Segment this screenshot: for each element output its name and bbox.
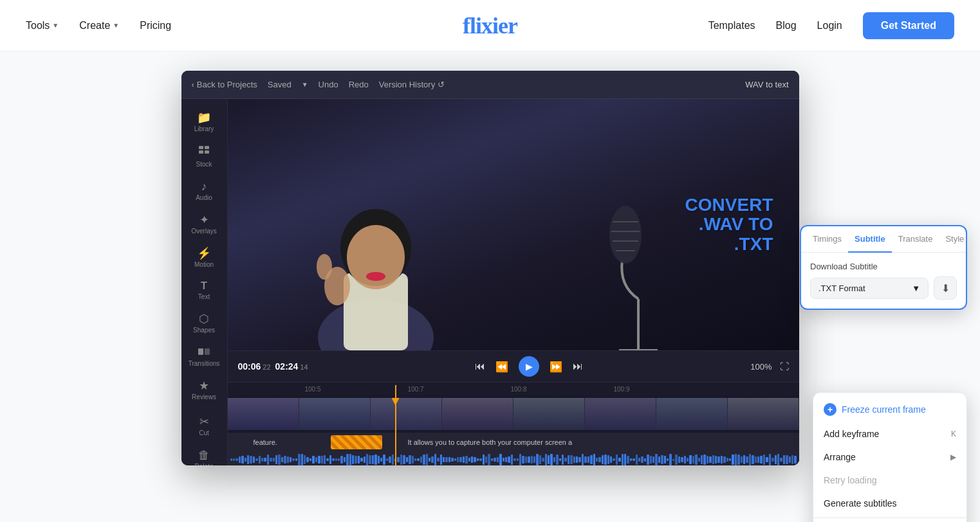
svg-rect-2 bbox=[199, 150, 203, 154]
tab-subtitle[interactable]: Subtitle bbox=[848, 226, 892, 253]
subtitle-text-left: feature. bbox=[254, 438, 277, 446]
menu-item-arrange[interactable]: Arrange ▶ bbox=[813, 446, 966, 469]
svg-point-13 bbox=[317, 254, 332, 280]
nav-pricing[interactable]: Pricing bbox=[140, 20, 171, 32]
menu-item-freeze[interactable]: + Freeze current frame bbox=[813, 397, 966, 422]
site-logo[interactable]: flixier bbox=[463, 12, 517, 39]
sidebar-item-delete[interactable]: 🗑 Delete bbox=[181, 444, 227, 465]
nav-create[interactable]: Create ▼ bbox=[79, 20, 119, 32]
navbar: Tools ▼ Create ▼ Pricing flixier Templat… bbox=[0, 0, 980, 51]
reviews-label: Reviews bbox=[192, 393, 216, 401]
nav-login[interactable]: Login bbox=[817, 20, 842, 32]
back-arrow-icon: ‹ bbox=[192, 80, 194, 89]
ruler-mark-2: 100:7 bbox=[408, 386, 424, 393]
overlays-icon: ✦ bbox=[199, 214, 209, 226]
stock-icon bbox=[198, 145, 210, 159]
cut-label: Cut bbox=[199, 429, 209, 437]
rewind-button[interactable]: ⏪ bbox=[495, 361, 508, 373]
svg-rect-0 bbox=[199, 146, 203, 149]
tools-chevron-icon: ▼ bbox=[52, 22, 59, 29]
menu-divider bbox=[813, 518, 966, 518]
sidebar-item-library[interactable]: 📁 Library bbox=[181, 107, 227, 138]
tools-label: Tools bbox=[26, 20, 50, 32]
format-select-dropdown[interactable]: .TXT Format ▼ bbox=[810, 278, 929, 299]
undo-button[interactable]: Undo bbox=[319, 80, 338, 89]
redo-button[interactable]: Redo bbox=[349, 80, 369, 89]
version-icon: ↺ bbox=[438, 80, 445, 89]
audio-waveform: // Will be rendered via JS below bbox=[228, 452, 799, 465]
back-label: Back to Projects bbox=[197, 80, 257, 89]
video-track[interactable] bbox=[228, 398, 799, 430]
total-time: 02:24 bbox=[275, 361, 299, 372]
subtitle-clip-yellow[interactable] bbox=[331, 435, 382, 449]
microphone-visual bbox=[606, 183, 670, 350]
tab-timings[interactable]: Timings bbox=[806, 226, 848, 253]
panel-body: Download Subtitle .TXT Format ▼ ⬇ bbox=[801, 253, 966, 309]
sidebar-item-motion[interactable]: ⚡ Motion bbox=[181, 242, 227, 273]
person-visual bbox=[292, 158, 459, 350]
back-to-projects-button[interactable]: ‹ Back to Projects bbox=[192, 80, 257, 89]
subtitle-track[interactable]: feature. It allows you to capture both y… bbox=[228, 433, 799, 452]
motion-label: Motion bbox=[194, 261, 214, 268]
play-button[interactable]: ▶ bbox=[519, 356, 539, 377]
context-menu: + Freeze current frame Add keyframe K Ar… bbox=[813, 392, 967, 522]
transitions-icon bbox=[198, 346, 210, 358]
library-label: Library bbox=[194, 125, 214, 132]
playhead[interactable] bbox=[395, 385, 396, 465]
shapes-icon: ⬡ bbox=[199, 313, 209, 325]
generate-subtitles-label: Generate subtitles bbox=[824, 498, 897, 509]
current-time: 00:06 bbox=[238, 361, 261, 372]
retry-label: Retry loading bbox=[824, 475, 877, 485]
fullscreen-button[interactable]: ⛶ bbox=[780, 361, 789, 372]
thumbnail-2 bbox=[299, 398, 371, 430]
sidebar-item-transitions[interactable]: Transitions bbox=[181, 341, 227, 372]
version-label: Version History bbox=[379, 80, 435, 89]
audio-track[interactable]: // Will be rendered via JS below bbox=[228, 452, 799, 465]
overlay-line3: .TXT bbox=[685, 235, 773, 255]
sidebar-item-reviews[interactable]: ★ Reviews bbox=[181, 375, 227, 406]
svg-point-11 bbox=[366, 272, 385, 281]
controls-bar: 00:06 22 02:24 14 ⏮ ⏪ ▶ ⏩ ⏭ 100% ⛶ bbox=[228, 350, 799, 382]
create-label: Create bbox=[79, 20, 110, 32]
editor-container: ‹ Back to Projects Saved ▼ Undo Redo Ver… bbox=[0, 51, 980, 522]
create-chevron-icon: ▼ bbox=[113, 22, 119, 29]
tab-style[interactable]: Style bbox=[939, 226, 970, 253]
transitions-label: Transitions bbox=[189, 360, 220, 367]
fast-forward-button[interactable]: ⏩ bbox=[550, 361, 562, 373]
reviews-icon: ★ bbox=[199, 380, 209, 392]
arrange-label: Arrange bbox=[824, 452, 856, 462]
sidebar-item-audio[interactable]: ♪ Audio bbox=[181, 176, 227, 206]
menu-item-generate-subtitles[interactable]: Generate subtitles bbox=[813, 492, 966, 515]
sidebar-item-overlays[interactable]: ✦ Overlays bbox=[181, 209, 227, 240]
audio-icon: ♪ bbox=[201, 181, 207, 192]
skip-to-end-button[interactable]: ⏭ bbox=[573, 361, 583, 372]
svg-rect-5 bbox=[205, 348, 210, 355]
overlays-label: Overlays bbox=[191, 228, 216, 235]
playback-controls: ⏮ ⏪ ▶ ⏩ ⏭ bbox=[316, 356, 743, 377]
menu-item-add-keyframe[interactable]: Add keyframe K bbox=[813, 422, 966, 446]
sidebar-item-shapes[interactable]: ⬡ Shapes bbox=[181, 308, 227, 339]
video-area[interactable]: CONVERT .WAV TO .TXT bbox=[228, 99, 799, 350]
nav-blog[interactable]: Blog bbox=[776, 20, 797, 32]
saved-dropdown-icon[interactable]: ▼ bbox=[302, 81, 308, 88]
video-overlay-text: CONVERT .WAV TO .TXT bbox=[685, 195, 773, 254]
skip-to-start-button[interactable]: ⏮ bbox=[475, 361, 485, 372]
nav-tools[interactable]: Tools ▼ bbox=[26, 20, 59, 32]
timeline-area[interactable]: 100:5 100:7 100:8 100:9 bbox=[228, 382, 799, 465]
nav-right: Templates Blog Login Get Started bbox=[708, 12, 954, 39]
nav-templates[interactable]: Templates bbox=[708, 20, 755, 32]
tab-translate[interactable]: Translate bbox=[892, 226, 939, 253]
sidebar-item-text[interactable]: T Text bbox=[181, 276, 227, 305]
subtitle-panel: Timings Subtitle Translate Style Downloa… bbox=[800, 225, 967, 310]
version-history-button[interactable]: Version History ↺ bbox=[379, 80, 445, 89]
nav-left: Tools ▼ Create ▼ Pricing bbox=[26, 20, 171, 32]
arrange-arrow-icon: ▶ bbox=[950, 453, 956, 462]
sidebar-item-stock[interactable]: Stock bbox=[181, 140, 227, 173]
download-button[interactable]: ⬇ bbox=[934, 276, 957, 300]
main-content: CONVERT .WAV TO .TXT 00:06 22 02:24 14 bbox=[228, 99, 799, 465]
sidebar-item-cut[interactable]: ✂ Cut bbox=[181, 411, 227, 442]
get-started-button[interactable]: Get Started bbox=[863, 12, 954, 39]
shapes-label: Shapes bbox=[193, 327, 215, 334]
editor-window: ‹ Back to Projects Saved ▼ Undo Redo Ver… bbox=[181, 71, 799, 465]
editor-sidebar: 📁 Library Stock ♪ bbox=[181, 99, 228, 465]
